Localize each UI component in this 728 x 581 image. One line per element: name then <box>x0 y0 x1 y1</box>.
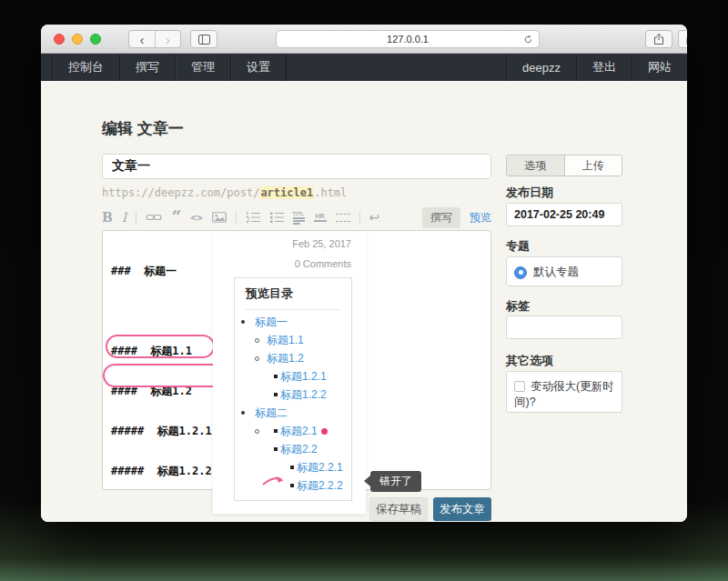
circle-marker <box>255 356 259 361</box>
toc-link[interactable]: 标题2.2 <box>280 442 318 457</box>
circle-marker <box>255 429 259 434</box>
image-icon[interactable] <box>212 212 227 223</box>
undo-icon[interactable]: ↩ <box>369 211 380 224</box>
hr-icon-caption: HR <box>316 213 325 219</box>
zoom-window-button[interactable] <box>90 34 101 45</box>
topic-option-row[interactable]: 默认专题 <box>514 265 614 280</box>
heading-icon-bar <box>293 217 305 219</box>
topic-label: 专题 <box>506 238 622 255</box>
article-title-input[interactable] <box>102 154 491 179</box>
nav-spacer <box>287 54 506 81</box>
heading-icon-bar <box>293 223 300 225</box>
share-button[interactable] <box>645 30 672 48</box>
nav-item-settings[interactable]: 设置 <box>230 54 287 81</box>
tab-upload[interactable]: 上传 <box>564 155 622 175</box>
toc-box: 预览目录 标题一 标题1.1 标题1.2 标题1.2.1 标题1.2.2 标题二… <box>234 277 352 501</box>
horizontal-rule-icon[interactable]: HR <box>314 213 327 222</box>
radio-dot <box>519 270 523 275</box>
close-window-button[interactable] <box>54 34 65 45</box>
disc-marker <box>241 411 245 415</box>
toc-link[interactable]: 标题2.1 <box>280 424 318 439</box>
toc-link[interactable]: 标题二 <box>255 406 288 421</box>
history-nav-group: ‹ › <box>128 30 181 48</box>
nav-item-logout[interactable]: 登出 <box>576 54 632 81</box>
link-icon[interactable] <box>146 213 162 222</box>
share-icon <box>653 33 664 45</box>
hr-icon-bar <box>314 220 327 222</box>
toc-item: 标题1.1 <box>235 334 351 346</box>
disc-marker <box>241 320 245 324</box>
nav-item-label: 设置 <box>247 59 270 75</box>
preview-date: Feb 25, 2017 <box>292 238 351 249</box>
nav-item-website[interactable]: 网站 <box>632 54 687 81</box>
page-content: 编辑 文章一 https://deepzz.com/post/article1.… <box>41 81 687 522</box>
toc-link[interactable]: 标题一 <box>255 315 288 330</box>
preview-mode-button[interactable]: 预览 <box>470 210 491 225</box>
topic-option-label: 默认专题 <box>533 265 579 280</box>
publish-date-input[interactable] <box>506 203 622 226</box>
back-button[interactable]: ‹ <box>129 31 155 47</box>
address-bar[interactable]: 127.0.0.1 <box>276 30 540 48</box>
radio-selected-icon[interactable] <box>514 266 527 279</box>
save-draft-button[interactable]: 保存草稿 <box>369 497 428 521</box>
sidebar-tab-group: 选项 上传 <box>506 155 622 176</box>
toc-link[interactable]: 标题1.2.2 <box>280 387 327 403</box>
toc-item-misaligned: 标题2.1 <box>235 425 351 437</box>
toc-item: 标题1.2.1 <box>235 370 351 383</box>
checkbox-unchecked-icon[interactable] <box>514 381 525 392</box>
error-dot <box>321 428 328 435</box>
url-text: 127.0.0.1 <box>387 34 429 45</box>
nav-item-manage[interactable]: 管理 <box>175 54 230 81</box>
sidebar-icon <box>198 35 210 45</box>
forward-button[interactable]: › <box>155 31 180 47</box>
toc-item: 标题1.2 <box>235 352 351 365</box>
square-marker <box>290 466 294 469</box>
italic-icon[interactable]: I <box>122 210 127 225</box>
heading-icon-caption: TITL <box>293 211 305 216</box>
nav-item-write[interactable]: 撰写 <box>119 54 175 81</box>
publish-date-label: 发布日期 <box>506 185 622 201</box>
heading-icon[interactable]: TITL <box>293 211 305 225</box>
back-icon: ‹ <box>140 32 145 47</box>
forward-icon: › <box>166 32 170 47</box>
nav-item-username[interactable]: deepzz <box>506 54 576 81</box>
ordered-list-icon[interactable] <box>246 211 260 224</box>
toc-title: 预览目录 <box>246 285 340 310</box>
square-marker <box>274 447 278 451</box>
bold-icon[interactable]: B <box>102 210 113 225</box>
tags-input[interactable] <box>506 316 622 339</box>
sidebar-toggle-button[interactable] <box>190 30 217 48</box>
toc-link[interactable]: 标题2.2.1 <box>297 460 343 476</box>
tab-options[interactable]: 选项 <box>507 155 564 175</box>
toc-item: 标题二 <box>235 406 351 419</box>
write-mode-button[interactable]: 撰写 <box>422 207 460 228</box>
annotation-tooltip: 错开了 <box>370 471 421 492</box>
unordered-list-icon[interactable] <box>269 211 284 224</box>
major-change-option[interactable]: 变动很大(更新时间)? <box>514 379 614 410</box>
publish-button[interactable]: 发布文章 <box>433 497 491 521</box>
browser-chrome: ‹ › 127.0.0.1 <box>41 25 687 54</box>
nav-item-label: deepzz <box>522 61 561 75</box>
toc-link[interactable]: 标题1.2.1 <box>280 369 327 385</box>
page-break-icon[interactable] <box>336 214 350 222</box>
toc-link[interactable]: 标题2.2.2 <box>297 478 343 494</box>
tab-overview-button[interactable] <box>678 30 687 48</box>
refresh-icon[interactable] <box>523 35 533 45</box>
nav-item-label: 控制台 <box>68 59 104 75</box>
nav-item-label: 登出 <box>592 59 616 75</box>
circle-marker <box>255 338 259 343</box>
page-title: 编辑 文章一 <box>102 118 184 139</box>
topic-box: 默认专题 <box>506 256 622 286</box>
toc-link[interactable]: 标题1.1 <box>267 333 304 348</box>
toc-link[interactable]: 标题1.2 <box>267 351 304 366</box>
minimize-window-button[interactable] <box>72 34 83 45</box>
nav-item-console[interactable]: 控制台 <box>52 54 119 81</box>
blockquote-icon[interactable]: “ <box>171 213 181 222</box>
tabs-icon <box>686 34 688 45</box>
square-marker <box>274 393 278 396</box>
toolbar-divider <box>236 211 237 225</box>
code-icon[interactable]: <> <box>190 212 202 224</box>
square-marker <box>290 484 294 487</box>
preview-comments-count[interactable]: 0 Comments <box>295 258 351 269</box>
permalink-preview: https://deepzz.com/post/article1.html <box>102 186 347 199</box>
